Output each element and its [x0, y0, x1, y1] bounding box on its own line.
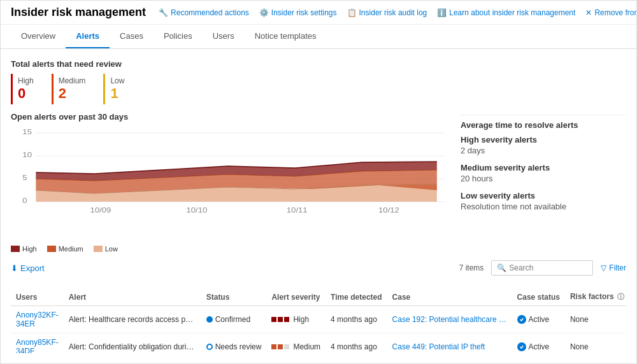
audit-log-btn[interactable]: 📋 Insider risk audit log	[347, 8, 427, 17]
cell-risk-0: None	[565, 306, 626, 333]
legend-low: Low	[94, 245, 118, 253]
high-count: 0	[18, 85, 34, 102]
severity-label: Medium	[293, 342, 320, 351]
top-bar: Insider risk management 🔧 Recommended ac…	[1, 1, 636, 25]
active-badge: Active	[517, 315, 560, 324]
alert-counts: High 0 Medium 2 Low 1	[11, 74, 626, 104]
case-link[interactable]: Case 192: Potential healthcare records..…	[392, 315, 507, 324]
cell-alert-0: Alert: Healthcare records access policy	[64, 306, 201, 333]
severity-dot	[271, 344, 276, 349]
info-circle-icon: ⓘ	[617, 293, 624, 300]
top-actions: 🔧 Recommended actions ⚙️ Insider risk se…	[159, 8, 637, 17]
export-button[interactable]: ⬇ Export	[11, 263, 45, 273]
active-label: Active	[529, 315, 550, 324]
tab-overview[interactable]: Overview	[11, 25, 66, 48]
stats-section: Average time to resolve alerts High seve…	[461, 112, 626, 253]
stat-low: Low severity alerts Resolution time not …	[461, 191, 626, 211]
user-link[interactable]: Anony85KF-34DF	[16, 338, 59, 353]
chart-section: Open alerts over past 30 days 15 10 5 0	[11, 112, 445, 253]
svg-text:5: 5	[22, 174, 27, 181]
stat-high-label: High severity alerts	[461, 135, 626, 144]
severity-dot	[278, 344, 283, 349]
legend-high: High	[11, 245, 37, 253]
filter-button[interactable]: ▽ Filter	[601, 263, 626, 272]
active-label: Active	[529, 342, 550, 351]
download-icon: ⬇	[11, 263, 18, 273]
severity-indicator: High	[271, 315, 320, 324]
cell-case-status-1: Active	[512, 333, 565, 354]
remove-icon: ✕	[585, 8, 592, 17]
active-badge: Active	[517, 342, 560, 351]
severity-indicator: Medium	[271, 342, 320, 351]
alert-summary: Total alerts that need review High 0 Med…	[11, 59, 626, 104]
svg-text:10/12: 10/12	[378, 207, 399, 214]
col-time: Time detected	[326, 288, 387, 306]
table-wrapper: Users Alert Status Alert severity Time d…	[11, 288, 626, 353]
severity-label: High	[293, 315, 309, 324]
low-label: Low	[110, 76, 124, 85]
active-icon	[517, 342, 526, 351]
active-icon	[517, 315, 526, 324]
filter-icon: ▽	[601, 263, 606, 272]
high-label: High	[18, 76, 34, 85]
severity-dot	[284, 344, 289, 349]
svg-text:10/10: 10/10	[186, 207, 207, 214]
chart-container: 15 10 5 0 10/09 10/10 10/11 10/12	[11, 127, 445, 241]
col-risk-factors: Risk factors ⓘ	[565, 288, 626, 306]
tab-users[interactable]: Users	[203, 25, 245, 48]
cell-status-0: Confirmed	[201, 306, 267, 333]
alert-summary-title: Total alerts that need review	[11, 59, 626, 69]
tab-cases[interactable]: Cases	[110, 25, 154, 48]
severity-dot	[284, 317, 289, 322]
cell-case-1: Case 449: Potential IP theft	[387, 333, 512, 354]
table-row: Anony32KF-34ERAlert: Healthcare records …	[11, 306, 626, 333]
svg-text:15: 15	[22, 129, 32, 136]
svg-text:0: 0	[22, 197, 27, 204]
col-case: Case	[387, 288, 512, 306]
recommended-actions-btn[interactable]: 🔧 Recommended actions	[159, 8, 249, 17]
stat-low-label: Low severity alerts	[461, 191, 626, 200]
col-users: Users	[11, 288, 64, 306]
user-link[interactable]: Anony32KF-34ER	[16, 311, 59, 328]
cell-user-1: Anony85KF-34DF	[11, 333, 64, 354]
stat-medium-label: Medium severity alerts	[461, 163, 626, 172]
app-title: Insider risk management	[11, 6, 146, 19]
legend-medium-swatch	[47, 246, 56, 252]
search-icon: 🔍	[497, 263, 506, 272]
insider-risk-settings-btn[interactable]: ⚙️ Insider risk settings	[259, 8, 337, 17]
cell-time-1: 4 months ago	[326, 333, 387, 354]
status-label: Needs review	[215, 342, 262, 351]
search-input[interactable]	[509, 263, 587, 272]
cell-alert-1: Alert: Confidentiality obligation during…	[64, 333, 201, 354]
table-toolbar-right: 7 items 🔍 ▽ Filter	[459, 260, 626, 276]
stat-low-value: Resolution time not available	[461, 202, 626, 211]
remove-nav-btn[interactable]: ✕ Remove from navigation	[585, 8, 637, 17]
chart-title: Open alerts over past 30 days	[11, 112, 445, 122]
items-count: 7 items	[459, 263, 484, 272]
risk-factors-value: None	[570, 342, 626, 351]
stat-high-value: 2 days	[461, 146, 626, 155]
search-box[interactable]: 🔍	[491, 260, 593, 276]
case-link[interactable]: Case 449: Potential IP theft	[392, 342, 507, 351]
main-content: Total alerts that need review High 0 Med…	[1, 49, 636, 363]
cell-severity-1: Medium	[266, 333, 326, 354]
learn-about-btn[interactable]: ℹ️ Learn about insider risk management	[437, 8, 575, 17]
alert-count-high: High 0	[11, 74, 47, 104]
gear-icon: ⚙️	[259, 8, 269, 17]
cell-user-0: Anony32KF-34ER	[11, 306, 64, 333]
svg-text:10: 10	[22, 151, 32, 158]
cell-severity-0: High	[266, 306, 326, 333]
cell-risk-1: None	[565, 333, 626, 354]
info-icon: ℹ️	[437, 8, 447, 17]
col-alert: Alert	[64, 288, 201, 306]
stat-high: High severity alerts 2 days	[461, 135, 626, 155]
cell-time-0: 4 months ago	[326, 306, 387, 333]
status-dot	[206, 344, 213, 350]
status-label: Confirmed	[215, 315, 250, 324]
tab-alerts[interactable]: Alerts	[66, 25, 110, 48]
tab-notice-templates[interactable]: Notice templates	[245, 25, 327, 48]
table-header-row: Users Alert Status Alert severity Time d…	[11, 288, 626, 306]
tab-policies[interactable]: Policies	[154, 25, 203, 48]
alerts-table: Users Alert Status Alert severity Time d…	[11, 288, 626, 353]
risk-factors-value: None	[570, 315, 626, 324]
